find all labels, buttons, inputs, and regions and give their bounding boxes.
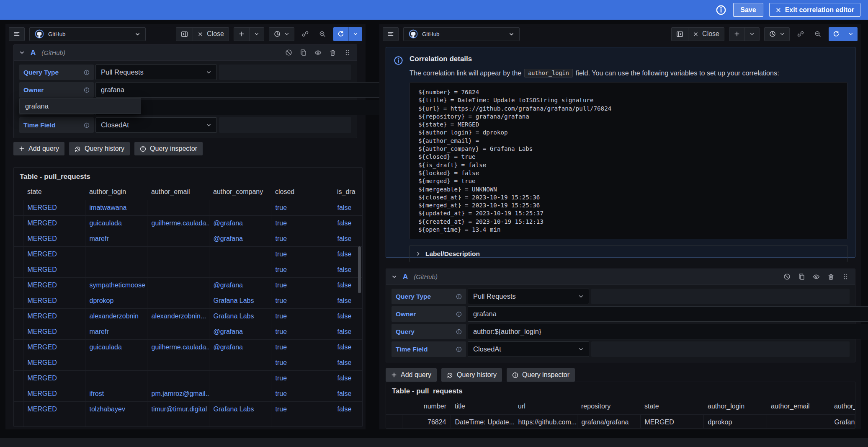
table-cell[interactable]: marefr: [85, 231, 147, 247]
label-description-collapse[interactable]: Label/Description: [410, 245, 847, 262]
table-cell[interactable]: MERGED: [23, 216, 85, 231]
table-cell[interactable]: @grafana: [209, 324, 271, 340]
drag-handle[interactable]: [842, 273, 850, 281]
table-cell[interactable]: false: [333, 355, 362, 371]
copy-link-button[interactable]: [299, 27, 312, 41]
table-cell[interactable]: MERGED: [23, 386, 85, 402]
refresh-button[interactable]: [829, 27, 844, 41]
table-cell[interactable]: true: [271, 278, 333, 293]
info-icon[interactable]: [456, 346, 462, 352]
column-header-author_login[interactable]: author_login: [703, 400, 767, 415]
move-pane-right-button[interactable]: [176, 28, 193, 41]
table-cell[interactable]: MERGED: [23, 402, 85, 417]
collapse-chevron-icon[interactable]: [19, 50, 25, 55]
disable-query-button[interactable]: [783, 273, 791, 281]
queries-drawer-button[interactable]: [383, 27, 399, 41]
info-icon[interactable]: [84, 70, 90, 75]
table-cell[interactable]: false: [333, 402, 362, 417]
table-cell[interactable]: MERGED: [23, 200, 85, 216]
table-cell[interactable]: false: [333, 309, 362, 324]
time-range-button[interactable]: [765, 28, 789, 41]
correlation-variables-code[interactable]: ${number} = 76824 ${title} = DateTime: U…: [410, 82, 847, 239]
table-cell[interactable]: guicaulada: [85, 216, 147, 231]
table-cell[interactable]: false: [333, 324, 362, 340]
duplicate-query-button[interactable]: [798, 273, 806, 281]
close-pane-button[interactable]: Close: [688, 28, 724, 41]
column-header-state[interactable]: state: [23, 186, 85, 200]
add-dropdown-button[interactable]: [249, 28, 264, 41]
table-cell[interactable]: Grafana Labs: [209, 309, 271, 324]
column-header-state[interactable]: state: [640, 400, 703, 415]
remove-query-button[interactable]: [329, 49, 337, 57]
table-cell[interactable]: marefr: [85, 324, 147, 340]
query-row-header[interactable]: A (GitHub): [14, 45, 357, 61]
time-field-select[interactable]: ClosedAt: [95, 117, 217, 133]
owner-typeahead-suggestion[interactable]: grafana: [19, 98, 141, 114]
column-header-author_email[interactable]: author_email: [767, 400, 830, 415]
table-cell[interactable]: MERGED: [23, 278, 85, 293]
column-header-number[interactable]: number: [402, 400, 451, 415]
disable-query-button[interactable]: [285, 49, 293, 57]
table-cell[interactable]: ifrost: [85, 386, 147, 402]
query-type-select[interactable]: Pull Requests: [468, 289, 589, 304]
table-cell[interactable]: MERGED: [23, 355, 85, 371]
table-cell[interactable]: MERGED: [23, 293, 85, 309]
table-cell[interactable]: timur@timur.digital: [147, 402, 209, 417]
info-icon[interactable]: [456, 294, 462, 300]
refresh-interval-button[interactable]: [844, 27, 858, 41]
column-header-author_email[interactable]: author_email: [147, 186, 209, 200]
info-icon[interactable]: [456, 329, 462, 335]
table-cell[interactable]: MERGED: [23, 231, 85, 247]
table-cell[interactable]: @grafana: [209, 340, 271, 355]
table-cell[interactable]: true: [271, 324, 333, 340]
table-panel-title[interactable]: Table - pull_requests: [14, 168, 362, 186]
query-type-select[interactable]: Pull Requests: [95, 65, 217, 80]
info-icon[interactable]: [716, 4, 727, 16]
query-row-header[interactable]: A (GitHub): [386, 269, 855, 285]
query-history-button[interactable]: Query history: [441, 368, 502, 382]
table-cell[interactable]: alexanderzobnin: [85, 309, 147, 324]
table-cell[interactable]: true: [271, 402, 333, 417]
table-cell[interactable]: true: [271, 340, 333, 355]
query-input[interactable]: [468, 324, 868, 339]
exit-correlation-editor-button[interactable]: Exit correlation editor: [769, 3, 860, 17]
table-cell[interactable]: MERGED: [23, 309, 85, 324]
time-field-select[interactable]: ClosedAt: [468, 341, 589, 357]
column-header-is_dra[interactable]: is_dra: [333, 186, 362, 200]
queries-drawer-button[interactable]: [9, 27, 25, 41]
table-cell[interactable]: dprokop: [85, 293, 147, 309]
table-cell[interactable]: true: [271, 371, 333, 386]
table-cell[interactable]: true: [271, 200, 333, 216]
query-history-button[interactable]: Query history: [69, 142, 130, 155]
table-cell[interactable]: false: [333, 200, 362, 216]
datasource-picker[interactable]: GitHub: [403, 27, 520, 41]
info-icon[interactable]: [84, 87, 90, 93]
table-cell[interactable]: MERGED: [23, 340, 85, 355]
table-cell[interactable]: true: [271, 309, 333, 324]
hide-response-button[interactable]: [314, 49, 322, 57]
table-cell[interactable]: @grafana: [209, 278, 271, 293]
table-cell[interactable]: true: [271, 262, 333, 278]
zoom-out-button[interactable]: [316, 27, 329, 41]
table-cell[interactable]: guilherme.caulada...: [147, 216, 209, 231]
table-cell[interactable]: Grafana Labs: [209, 293, 271, 309]
table-cell[interactable]: imatwawana: [85, 200, 147, 216]
column-header-repository[interactable]: repository: [577, 400, 640, 415]
zoom-out-button[interactable]: [811, 27, 824, 41]
add-dropdown-button[interactable]: [744, 28, 759, 41]
table-cell[interactable]: alexanderzobnin...: [147, 309, 209, 324]
table-cell[interactable]: pm.jamroz@gmail...: [147, 386, 209, 402]
table-cell[interactable]: MERGED: [23, 324, 85, 340]
table-cell[interactable]: guilherme.caulada...: [147, 340, 209, 355]
close-pane-button[interactable]: Close: [193, 28, 229, 41]
query-input[interactable]: [95, 100, 428, 115]
owner-input[interactable]: [95, 82, 428, 98]
table-cell[interactable]: false: [333, 293, 362, 309]
owner-input[interactable]: [468, 306, 868, 322]
datasource-picker[interactable]: GitHub: [29, 27, 146, 41]
info-icon[interactable]: [456, 311, 462, 317]
time-range-button[interactable]: [269, 28, 294, 41]
table-cell[interactable]: @grafana: [209, 216, 271, 231]
table-cell[interactable]: MERGED: [23, 247, 85, 262]
table-cell[interactable]: false: [333, 386, 362, 402]
